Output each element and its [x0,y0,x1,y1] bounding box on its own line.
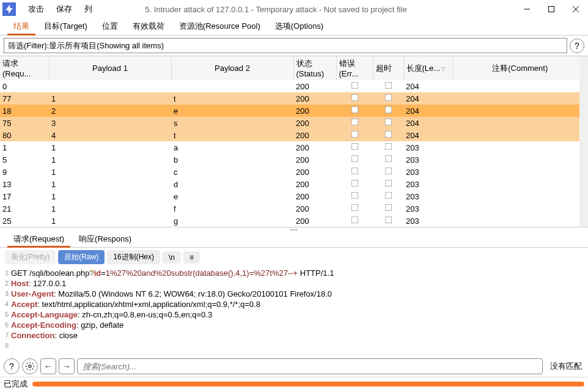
timeout-checkbox[interactable] [384,131,392,138]
timeout-checkbox[interactable] [384,180,392,187]
http-editor[interactable]: 1GET /sqli/boolean.php?id=1%27%20and%20s… [0,267,588,356]
window-controls [515,0,588,18]
search-input[interactable] [77,358,543,374]
line-number: 2 [0,278,11,289]
code-line: Accept-Encoding: gzip, deflate [11,320,123,330]
help-button[interactable]: ? [4,358,20,374]
view-raw-button[interactable]: 原始(Raw) [58,250,105,264]
error-checkbox[interactable] [351,216,358,224]
filter-bar: 筛选(Filter):显示所有项目(Showing all items) ? [0,35,588,56]
maximize-button[interactable] [539,0,564,18]
tab-options[interactable]: 选项(Options) [268,18,331,35]
col-timeout[interactable]: 超时 [373,56,403,80]
app-logo [2,2,16,16]
col-length[interactable]: 长度(Le...▽ [403,56,452,80]
table-row[interactable]: 0200204 [0,80,588,92]
error-checkbox[interactable] [351,143,358,150]
error-checkbox[interactable] [351,192,358,199]
error-checkbox[interactable] [351,106,358,114]
col-payload2[interactable]: Payload 2 [171,56,293,80]
table-row[interactable]: 251g200203 [0,215,588,227]
code-line: Connection: close [11,330,78,341]
table-row[interactable]: 91c200203 [0,166,588,178]
table-row[interactable]: 211f200203 [0,202,588,215]
timeout-checkbox[interactable] [384,143,392,150]
col-payload1[interactable]: Payload 1 [49,56,171,80]
line-number: 4 [0,299,11,309]
gear-icon [25,361,35,371]
col-request[interactable]: 请求(Requ... [0,56,49,80]
tab-target[interactable]: 目标(Target) [37,18,95,35]
svg-point-4 [29,365,31,368]
error-checkbox[interactable] [351,155,358,163]
close-button[interactable] [564,0,588,18]
view-menu-button[interactable]: ≡ [183,251,200,264]
main-tabs: 结果 目标(Target) 位置 有效载荷 资源池(Resource Pool)… [0,18,588,35]
sort-caret-icon: ▽ [441,66,446,72]
svg-rect-1 [549,7,554,12]
prev-button[interactable]: ← [40,358,56,374]
timeout-checkbox[interactable] [384,119,392,126]
timeout-checkbox[interactable] [384,155,392,163]
tab-results[interactable]: 结果 [6,18,37,35]
help-icon[interactable]: ? [570,39,584,53]
code-line: GET /sqli/boolean.php?id=1%27%20and%20su… [11,268,334,278]
status-bar: 已完成 [0,377,588,392]
table-row[interactable]: 11a200203 [0,141,588,153]
results-table-wrap: 请求(Requ... Payload 1 Payload 2 状态(Status… [0,56,588,227]
timeout-checkbox[interactable] [384,106,392,114]
minimize-button[interactable] [515,0,539,18]
status-text: 已完成 [4,379,28,390]
tab-response[interactable]: 响应(Respons) [72,231,139,247]
line-number: 7 [0,330,11,341]
table-row[interactable]: 171e200203 [0,190,588,202]
code-line: Host: 127.0.0.1 [11,278,66,289]
view-hex-button[interactable]: 16进制(Hex) [107,250,160,264]
tab-positions[interactable]: 位置 [95,18,125,35]
view-pretty-button[interactable]: 美化(Pretty) [5,250,56,264]
line-number: 3 [0,289,11,299]
code-line: Accept-Language: zh-cn,zh;q=0.8,en-us;q=… [11,309,212,320]
col-error[interactable]: 错误(Err... [336,56,373,80]
error-checkbox[interactable] [351,82,358,89]
next-button[interactable]: → [59,358,75,374]
progress-bar [32,382,584,386]
error-checkbox[interactable] [351,131,358,138]
table-header-row: 请求(Requ... Payload 1 Payload 2 状态(Status… [0,56,588,80]
timeout-checkbox[interactable] [384,192,392,199]
error-checkbox[interactable] [351,168,358,175]
line-number: 5 [0,309,11,320]
col-comment[interactable]: 注释(Comment) [452,56,588,80]
line-number: 1 [0,268,11,278]
view-newline-button[interactable]: \n [163,251,181,264]
timeout-checkbox[interactable] [384,168,392,175]
line-number: 6 [0,320,11,330]
code-line: Accept: text/html,application/xhtml+xml,… [11,299,260,309]
col-status[interactable]: 状态(Status) [293,56,336,80]
vertical-scrollbar[interactable] [579,56,588,227]
filter-box[interactable]: 筛选(Filter):显示所有项目(Showing all items) [4,38,567,53]
error-checkbox[interactable] [351,204,358,212]
search-bar: ? ← → 没有匹配 [0,356,588,377]
error-checkbox[interactable] [351,94,358,102]
table-row[interactable]: 753s200204 [0,117,588,129]
timeout-checkbox[interactable] [384,82,392,89]
tab-resource-pool[interactable]: 资源池(Resource Pool) [172,18,268,35]
table-row[interactable]: 182e200204 [0,105,588,117]
table-row[interactable]: 51b200203 [0,153,588,166]
tab-request[interactable]: 请求(Request) [6,231,72,247]
table-row[interactable]: 131d200203 [0,178,588,190]
results-table: 请求(Requ... Payload 1 Payload 2 状态(Status… [0,56,588,227]
table-row[interactable]: 804t200204 [0,129,588,141]
request-response-tabs: 请求(Request) 响应(Respons) [0,232,588,248]
table-row[interactable]: 771t200204 [0,92,588,105]
settings-button[interactable] [22,358,38,374]
timeout-checkbox[interactable] [384,204,392,212]
error-checkbox[interactable] [351,180,358,187]
window-title: 5. Intruder attack of 127.0.0.1 - Tempor… [37,5,515,14]
code-line: User-Agent: Mozilla/5.0 (Windows NT 6.2;… [11,289,332,299]
error-checkbox[interactable] [351,119,358,126]
timeout-checkbox[interactable] [384,216,392,224]
tab-payloads[interactable]: 有效载荷 [125,18,172,35]
timeout-checkbox[interactable] [384,94,392,102]
